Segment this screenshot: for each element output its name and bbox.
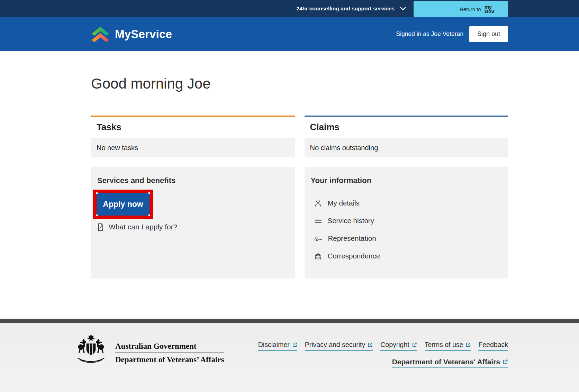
click-annotation-box: Apply now [93, 190, 153, 219]
return-to-mygov-button[interactable]: Return to my Gov [414, 1, 508, 17]
info-item-label: Correspondence [328, 252, 380, 260]
annotation-corner-marker [96, 215, 98, 216]
annotation-corner-marker [148, 192, 150, 194]
tasks-status: No new tasks [91, 138, 295, 157]
annotation-corner-marker [148, 215, 150, 216]
annotation-corner-marker [96, 192, 98, 194]
privacy-and-security-link[interactable]: Privacy and security [305, 341, 373, 351]
claims-card: Claims No claims outstanding [305, 116, 508, 157]
info-item-label: Service history [328, 217, 374, 225]
information-panel-title: Your information [311, 176, 502, 185]
representation-link[interactable]: Representation [314, 232, 376, 245]
external-link-icon [368, 342, 373, 347]
chevron-down-icon [400, 7, 406, 10]
tasks-card: Tasks No new tasks [91, 116, 295, 157]
myservice-chevrons-icon [91, 26, 110, 42]
list-icon [314, 217, 322, 225]
utility-bar: 24hr counselling and support services Re… [0, 0, 579, 17]
government-line2: Department of Veterans’ Affairs [115, 355, 224, 364]
apply-link-label: What can I apply for? [109, 223, 177, 231]
support-services-dropdown[interactable]: 24hr counselling and support services [297, 6, 406, 12]
correspondence-link[interactable]: Correspondence [314, 249, 380, 262]
claims-title: Claims [305, 117, 508, 138]
terms-of-use-link[interactable]: Terms of use [425, 341, 471, 351]
site-footer: Australian Government Department of Vete… [0, 323, 579, 392]
support-services-label: 24hr counselling and support services [297, 6, 395, 12]
signature-icon [314, 235, 322, 241]
service-history-link[interactable]: Service history [314, 214, 374, 227]
main-content: Good morning Joe Tasks No new tasks Clai… [91, 76, 508, 279]
crest-divider [115, 353, 224, 353]
services-and-benefits-panel: Services and benefits Apply now What can… [91, 167, 295, 279]
your-information-panel: Your information My details Service hist… [305, 167, 508, 279]
copyright-link[interactable]: Copyright [380, 341, 417, 351]
australian-coat-of-arms [74, 334, 108, 364]
signed-in-text: Signed in as Joe Veteran [396, 30, 463, 38]
info-item-label: My details [328, 199, 360, 207]
my-details-link[interactable]: My details [314, 197, 360, 209]
external-link-icon [412, 342, 417, 347]
page-title: Good morning Joe [91, 76, 508, 91]
mail-icon [314, 252, 322, 260]
external-link-icon [503, 359, 508, 365]
sign-out-button[interactable]: Sign out [469, 26, 508, 42]
footer-divider-bar [0, 319, 579, 323]
apply-now-button[interactable]: Apply now [97, 193, 150, 216]
external-link-icon [465, 342, 471, 347]
brand-name: MyService [115, 28, 172, 41]
site-header: MyService Signed in as Joe Veteran Sign … [0, 17, 579, 51]
disclaimer-link[interactable]: Disclaimer [258, 341, 297, 351]
government-line1: Australian Government [115, 342, 224, 351]
mygov-logo: my Gov [485, 4, 494, 13]
myservice-logo[interactable]: MyService [91, 26, 172, 42]
tasks-title: Tasks [91, 117, 295, 138]
claims-status: No claims outstanding [305, 138, 508, 157]
department-of-veterans-affairs-link[interactable]: Department of Veterans' Affairs [392, 358, 508, 368]
form-icon [97, 223, 104, 231]
what-can-i-apply-for-link[interactable]: What can I apply for? [97, 223, 177, 231]
feedback-link[interactable]: Feedback [478, 341, 508, 351]
external-link-icon [292, 342, 297, 347]
info-item-label: Representation [328, 234, 376, 243]
services-panel-title: Services and benefits [97, 176, 289, 185]
person-icon [314, 199, 322, 207]
return-to-label: Return to [460, 6, 481, 12]
